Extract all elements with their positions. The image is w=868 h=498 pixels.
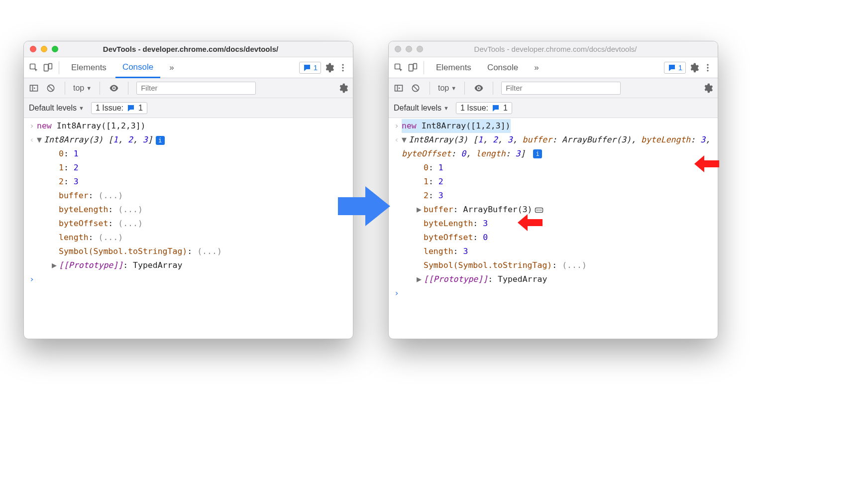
result-summary[interactable]: ▼Int8Array(3) [1, 2, 3, buffer: ArrayBuf… bbox=[402, 133, 715, 161]
object-prop: Symbol(Symbol.toStringTag): (...) bbox=[402, 258, 587, 272]
more-menu-icon[interactable] bbox=[337, 62, 349, 74]
maximize-icon[interactable] bbox=[52, 46, 58, 52]
filter-input[interactable] bbox=[501, 82, 621, 95]
prototype-row[interactable]: ▶[[Prototype]]: TypedArray bbox=[402, 272, 547, 286]
live-expression-icon[interactable] bbox=[108, 82, 120, 94]
result-summary[interactable]: ▼Int8Array(3) [1, 2, 3]i bbox=[37, 133, 165, 147]
disclosure-closed-icon[interactable]: ▶ bbox=[52, 258, 59, 272]
clear-console-icon[interactable] bbox=[45, 82, 57, 94]
svg-point-4 bbox=[342, 67, 343, 68]
object-prop: length: 3 bbox=[402, 245, 468, 258]
messages-badge[interactable]: 1 bbox=[299, 62, 321, 74]
transition-arrow-icon bbox=[338, 186, 390, 226]
maximize-icon[interactable] bbox=[417, 46, 423, 52]
sidebar-toggle-icon[interactable] bbox=[393, 82, 405, 94]
levels-selector[interactable]: Default levels ▼ bbox=[29, 104, 84, 113]
svg-point-13 bbox=[707, 67, 708, 68]
svg-point-17 bbox=[478, 87, 480, 89]
levels-label: Default levels bbox=[394, 104, 441, 113]
live-expression-icon[interactable] bbox=[473, 82, 485, 94]
chevron-down-icon: ▼ bbox=[86, 85, 92, 91]
svg-point-12 bbox=[707, 64, 708, 65]
object-prop[interactable]: buffer: (...) bbox=[37, 189, 123, 203]
array-entry: 1: 2 bbox=[37, 161, 79, 175]
context-selector[interactable]: top ▼ bbox=[73, 84, 92, 93]
object-prop[interactable]: byteLength: (...) bbox=[37, 203, 143, 217]
clear-console-icon[interactable] bbox=[410, 82, 422, 94]
disclosure-open-icon[interactable]: ▼ bbox=[37, 133, 44, 147]
filter-field[interactable] bbox=[501, 82, 621, 95]
main-toolbar: Elements Console » 1 bbox=[24, 57, 353, 78]
chevron-down-icon: ▼ bbox=[451, 85, 456, 91]
console-settings-icon[interactable] bbox=[337, 82, 349, 94]
prompt-out-icon: ‹ bbox=[27, 133, 37, 147]
tab-more[interactable]: » bbox=[162, 57, 181, 78]
messages-count: 1 bbox=[314, 63, 318, 72]
issues-badge[interactable]: 1 Issue: 1 bbox=[91, 102, 147, 114]
object-prop[interactable]: length: (...) bbox=[37, 231, 123, 245]
console-input-line: new Int8Array([1,2,3]) bbox=[402, 119, 511, 133]
disclosure-closed-icon[interactable]: ▶ bbox=[417, 272, 424, 286]
console-output: › new Int8Array([1,2,3]) ‹ ▼Int8Array(3)… bbox=[389, 118, 718, 339]
svg-point-14 bbox=[707, 70, 708, 71]
context-label: top bbox=[73, 84, 84, 93]
filter-input[interactable] bbox=[136, 82, 256, 95]
tab-console[interactable]: Console bbox=[115, 57, 160, 78]
disclosure-open-icon[interactable]: ▼ bbox=[402, 133, 409, 147]
devtools-window-before: DevTools - developer.chrome.com/docs/dev… bbox=[23, 41, 353, 339]
more-menu-icon[interactable] bbox=[702, 62, 714, 74]
minimize-icon[interactable] bbox=[406, 46, 412, 52]
prompt-ready-icon[interactable]: › bbox=[27, 272, 37, 286]
disclosure-closed-icon[interactable]: ▶ bbox=[417, 203, 424, 217]
prototype-row[interactable]: ▶[[Prototype]]: TypedArray bbox=[37, 258, 182, 272]
levels-label: Default levels bbox=[29, 104, 77, 113]
prompt-in-icon: › bbox=[392, 119, 402, 133]
info-badge-icon[interactable]: i bbox=[533, 149, 542, 158]
filter-field[interactable] bbox=[136, 82, 256, 95]
console-subtoolbar: Default levels ▼ 1 Issue: 1 bbox=[24, 98, 353, 118]
levels-selector[interactable]: Default levels▼ bbox=[394, 104, 449, 113]
close-icon[interactable] bbox=[30, 46, 36, 52]
console-input-line: new Int8Array([1,2,3]) bbox=[37, 119, 146, 133]
settings-icon[interactable] bbox=[688, 62, 700, 74]
prompt-ready-icon[interactable]: › bbox=[392, 286, 402, 300]
svg-rect-2 bbox=[49, 63, 52, 69]
tab-more[interactable]: » bbox=[527, 57, 545, 78]
chevron-down-icon: ▼ bbox=[79, 105, 84, 111]
svg-point-3 bbox=[342, 64, 343, 65]
close-icon[interactable] bbox=[395, 46, 401, 52]
console-output: › new Int8Array([1,2,3]) ‹ ▼Int8Array(3)… bbox=[24, 118, 353, 339]
console-toolbar: top▼ bbox=[389, 78, 718, 98]
context-selector[interactable]: top▼ bbox=[438, 84, 456, 93]
inspect-icon[interactable] bbox=[393, 62, 405, 74]
console-subtoolbar: Default levels▼ 1 Issue:1 bbox=[389, 98, 718, 118]
inspect-icon[interactable] bbox=[28, 62, 40, 74]
console-toolbar: top ▼ bbox=[24, 78, 353, 98]
object-prop[interactable]: byteOffset: (...) bbox=[37, 217, 143, 231]
messages-badge[interactable]: 1 bbox=[664, 62, 686, 74]
issues-count: 1 bbox=[503, 104, 508, 113]
callout-arrow-icon bbox=[518, 214, 542, 231]
svg-rect-10 bbox=[409, 64, 413, 71]
tab-console[interactable]: Console bbox=[480, 57, 525, 78]
svg-rect-1 bbox=[44, 64, 48, 71]
minimize-icon[interactable] bbox=[41, 46, 47, 52]
tab-elements[interactable]: Elements bbox=[429, 57, 478, 78]
console-settings-icon[interactable] bbox=[702, 82, 714, 94]
settings-icon[interactable] bbox=[323, 62, 335, 74]
memory-icon[interactable] bbox=[535, 207, 543, 214]
tab-elements[interactable]: Elements bbox=[64, 57, 113, 78]
info-badge-icon[interactable]: i bbox=[156, 136, 165, 145]
array-entry: 0: 1 bbox=[37, 147, 79, 161]
issues-count: 1 bbox=[138, 104, 143, 113]
device-mode-icon[interactable] bbox=[407, 62, 419, 74]
chevron-down-icon: ▼ bbox=[443, 105, 449, 111]
object-prop: byteOffset: 0 bbox=[402, 231, 488, 245]
main-toolbar: Elements Console » 1 bbox=[389, 57, 718, 78]
device-mode-icon[interactable] bbox=[42, 62, 54, 74]
titlebar: DevTools - developer.chrome.com/docs/dev… bbox=[24, 41, 353, 57]
issues-badge[interactable]: 1 Issue:1 bbox=[456, 102, 512, 114]
sidebar-toggle-icon[interactable] bbox=[28, 82, 40, 94]
array-entry: 0: 1 bbox=[402, 161, 443, 175]
issues-label: 1 Issue: bbox=[460, 104, 488, 113]
